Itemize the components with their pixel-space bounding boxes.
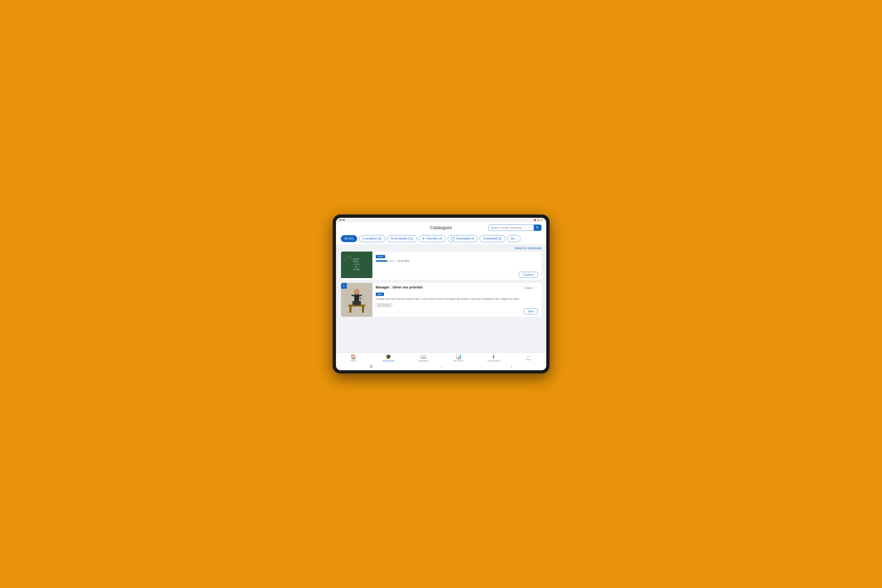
search-button[interactable]: 🔍 xyxy=(534,225,541,231)
status-bar: 09:48 🔇 📶 🔋 xyxy=(336,218,546,222)
svg-line-0 xyxy=(345,255,350,260)
recents-button[interactable]: ||| xyxy=(365,364,378,369)
course-tag-2: Rise xyxy=(376,292,384,296)
tab-favorites[interactable]: ♥ Favorites (3) xyxy=(419,235,446,242)
battery-icon: 🔋 xyxy=(540,219,543,221)
bottom-nav: 🏠 Home 🎓 My Courses 📖 Catalogues 📊 My re… xyxy=(336,352,546,363)
svg-rect-6 xyxy=(362,306,364,313)
meta-row-2: Manager : Gérer vos priorités 0 mins ♡ xyxy=(376,285,538,291)
svg-rect-5 xyxy=(350,306,351,313)
status-time: 09:48 xyxy=(339,219,345,221)
tab-all[interactable]: All (21) xyxy=(341,235,357,242)
home-icon: 🏠 xyxy=(350,354,357,359)
exclaim-icon: ! xyxy=(451,237,454,240)
course-card-2: ! xyxy=(341,283,542,317)
continue-button-1[interactable]: Continue xyxy=(519,272,538,278)
search-input[interactable] xyxy=(489,225,534,230)
course-info-2: Manager : Gérer vos priorités 0 mins ♡ R… xyxy=(372,283,541,316)
nav-my-results[interactable]: 📊 My results xyxy=(451,354,466,362)
tab-in-progress[interactable]: In progress (8) xyxy=(359,235,385,242)
chalkboard-drawing xyxy=(342,253,364,267)
app-header: Catalogues 🔍 xyxy=(336,222,546,233)
filter-tabs: All (21) In progress (8) To be started (… xyxy=(336,233,546,245)
progress-fill-1 xyxy=(376,260,387,262)
wifi-icon: 📶 xyxy=(537,219,540,221)
nav-home-label: Home xyxy=(350,360,356,362)
favorite-button-2[interactable]: ♡ xyxy=(534,286,538,290)
start-button-2[interactable]: Start xyxy=(524,309,538,314)
app-content: Catalogues 🔍 All (21) In progress (8) T xyxy=(336,222,546,370)
home-button[interactable]: ○ xyxy=(436,364,447,369)
course-card-1: zabc∞=E=mc²y=x²+AF₁= Pv=nRT Quizz xyxy=(341,251,542,280)
tab-to-be-started[interactable]: To be started (11) xyxy=(387,235,417,242)
svg-line-1 xyxy=(350,255,354,262)
nav-downloaded[interactable]: ⬇ Downloaded xyxy=(486,354,501,362)
download-icon: ⬇ xyxy=(492,354,496,359)
nav-more[interactable]: ••• More xyxy=(521,354,536,362)
tab-completed[interactable]: Completed (2) xyxy=(480,235,505,242)
nav-catalogues[interactable]: 📖 Catalogues xyxy=(416,354,431,362)
nav-home[interactable]: 🏠 Home xyxy=(346,354,361,362)
manager-illustration xyxy=(347,286,366,313)
page-title: Catalogues xyxy=(394,225,488,230)
svg-rect-8 xyxy=(353,302,361,305)
select-to-download-link[interactable]: Select to download xyxy=(515,246,542,250)
course-tag-1: Quizz xyxy=(376,255,385,258)
nav-more-label: More xyxy=(526,358,531,361)
nav-downloaded-label: Downloaded xyxy=(488,360,500,362)
heart-icon: ♥ xyxy=(423,237,424,240)
back-button[interactable]: ‹ xyxy=(506,364,517,369)
status-icons: 🔇 📶 🔋 xyxy=(534,219,543,221)
tab-essentials[interactable]: ! Essentials (4) xyxy=(448,235,477,242)
graduation-icon: 🎓 xyxy=(386,354,392,359)
book-icon: 📖 xyxy=(420,354,426,359)
svg-point-13 xyxy=(360,298,362,300)
tablet-screen: 09:48 🔇 📶 🔋 Catalogues 🔍 xyxy=(336,218,546,370)
chart-icon: 📊 xyxy=(456,354,462,359)
nav-catalogues-label: Catalogues xyxy=(418,360,429,362)
tab-downloaded[interactable]: Do... xyxy=(507,235,520,242)
course-thumbnail-1: zabc∞=E=mc²y=x²+AF₁= Pv=nRT xyxy=(341,252,372,278)
svg-rect-9 xyxy=(354,294,359,302)
course-info-1: Quizz 12.03.2021 Continue xyxy=(372,252,541,280)
system-bar: ||| ○ ‹ xyxy=(336,363,546,370)
course-list: zabc∞=E=mc²y=x²+AF₁= Pv=nRT Quizz xyxy=(336,251,546,353)
search-bar[interactable]: 🔍 xyxy=(488,225,542,231)
nav-my-courses[interactable]: 🎓 My Courses xyxy=(381,354,396,362)
select-download-bar: Select to download xyxy=(336,245,546,251)
progress-bar-1 xyxy=(376,260,395,262)
svg-line-2 xyxy=(354,258,359,262)
course-date-1: 12.03.2021 xyxy=(398,260,410,262)
nav-my-courses-label: My Courses xyxy=(382,360,394,362)
course-desc-2: Lorsque vous avez trop de choses à faire… xyxy=(376,297,538,301)
svg-point-10 xyxy=(354,289,360,295)
course-title-2: Manager : Gérer vos priorités xyxy=(376,285,423,289)
search-icon: 🔍 xyxy=(536,226,539,230)
mute-icon: 🔇 xyxy=(534,219,536,221)
nav-my-results-label: My results xyxy=(454,360,464,362)
course-thumbnail-2: ! xyxy=(341,283,372,316)
status-badge-2: Not Started xyxy=(376,303,392,307)
tablet-device: 09:48 🔇 📶 🔋 Catalogues 🔍 xyxy=(333,214,550,374)
progress-row-1: 12.03.2021 xyxy=(376,260,538,262)
essential-badge: ! xyxy=(341,283,347,289)
course-duration-2: 0 mins xyxy=(525,286,532,290)
more-icon: ••• xyxy=(527,354,531,358)
